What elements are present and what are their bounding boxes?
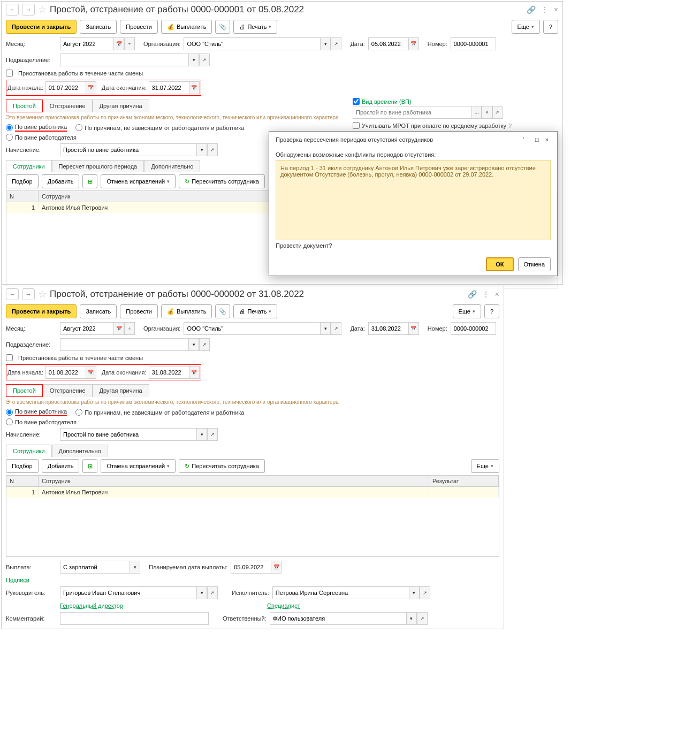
more-button[interactable]: Еще [512, 20, 540, 34]
ellipsis-icon[interactable]: … [471, 106, 482, 119]
save-button[interactable]: Записать [80, 20, 117, 34]
tab-other[interactable]: Другая причина [93, 100, 149, 112]
tab-suspension[interactable]: Отстранение [43, 100, 93, 112]
tab-employees[interactable]: Сотрудники [6, 160, 52, 172]
chevron-down-icon[interactable]: ▾ [320, 37, 331, 50]
chevron-down-icon[interactable]: ▾ [188, 338, 199, 351]
tab-simple[interactable]: Простой [6, 384, 43, 397]
start-date-input[interactable] [45, 366, 86, 379]
open-icon[interactable]: ↗ [199, 338, 210, 351]
help-icon[interactable]: ? [508, 123, 512, 129]
more-button[interactable]: Еще [471, 459, 499, 473]
tab-recalc[interactable]: Пересчет прошлого периода [52, 160, 144, 172]
org-input[interactable] [184, 322, 320, 335]
month-input[interactable] [60, 37, 113, 50]
pay-button[interactable]: 💰Выплатить [161, 304, 212, 318]
suspend-checkbox[interactable] [6, 70, 13, 77]
number-input[interactable] [451, 37, 496, 50]
close-icon[interactable]: × [545, 136, 549, 143]
save-button[interactable]: Записать [80, 304, 117, 318]
cancel-fix-button[interactable]: Отмена исправлений [101, 174, 176, 188]
signatures-link[interactable]: Подписи [6, 577, 29, 583]
ok-button[interactable]: ОК [486, 257, 513, 271]
responsible-input[interactable] [270, 612, 406, 625]
fill-button[interactable]: ⊞ [82, 174, 97, 188]
month-input[interactable] [60, 322, 113, 335]
nav-forward-button[interactable]: → [22, 4, 35, 16]
calendar-icon[interactable]: 📅 [271, 561, 281, 574]
vp-checkbox[interactable] [353, 98, 360, 105]
select-button[interactable]: Подбор [6, 459, 39, 473]
table-row[interactable]: 1 Антонов Илья Петрович [6, 487, 499, 498]
vp-input[interactable] [353, 106, 471, 119]
calendar-icon[interactable]: 📅 [408, 37, 419, 50]
payout-input[interactable] [60, 561, 130, 574]
open-icon[interactable]: ↗ [331, 37, 341, 50]
chevron-down-icon[interactable]: ▾ [196, 428, 207, 441]
comment-input[interactable] [60, 612, 209, 625]
open-icon[interactable]: ↗ [331, 322, 341, 335]
mrot-checkbox[interactable] [353, 122, 360, 129]
end-date-input[interactable] [149, 81, 189, 94]
head-position-link[interactable]: Генеральный директор [60, 602, 207, 609]
stepper-icon[interactable]: ÷ [124, 37, 135, 50]
cancel-fix-button[interactable]: Отмена исправлений [101, 459, 176, 473]
post-button[interactable]: Провести [120, 20, 158, 34]
tab-suspension[interactable]: Отстранение [43, 384, 93, 397]
calendar-icon[interactable]: 📅 [86, 81, 96, 94]
tab-other[interactable]: Другая причина [93, 384, 149, 397]
date-input[interactable] [368, 37, 408, 50]
head-input[interactable] [60, 586, 196, 599]
chevron-down-icon[interactable]: ▾ [188, 54, 199, 66]
end-date-input[interactable] [149, 366, 189, 379]
post-and-close-button[interactable]: Провести и закрыть [6, 20, 77, 34]
link-icon[interactable]: 🔗 [468, 290, 477, 299]
dept-input[interactable] [60, 338, 188, 351]
suspend-checkbox[interactable] [6, 354, 13, 361]
tab-employees[interactable]: Сотрудники [6, 445, 52, 457]
open-icon[interactable]: ↗ [207, 428, 218, 441]
plan-date-input[interactable] [231, 561, 271, 574]
print-button[interactable]: 🖨Печать [233, 304, 277, 318]
recalc-button[interactable]: ↻Пересчитать сотрудника [179, 459, 265, 473]
help-button[interactable]: ? [543, 20, 558, 34]
calendar-icon[interactable]: 📅 [189, 81, 200, 94]
nav-forward-button[interactable]: → [22, 288, 35, 300]
stepper-icon[interactable]: ÷ [124, 322, 135, 335]
date-input[interactable] [368, 322, 408, 335]
chevron-down-icon[interactable]: ▾ [406, 612, 417, 625]
menu-icon[interactable]: ⋮ [541, 5, 549, 14]
dept-input[interactable] [60, 54, 188, 66]
pay-button[interactable]: 💰Выплатить [161, 20, 212, 34]
open-icon[interactable]: ↗ [420, 586, 430, 599]
favorite-icon[interactable]: ☆ [38, 4, 47, 16]
post-and-close-button[interactable]: Провести и закрыть [6, 304, 77, 318]
open-icon[interactable]: ↗ [199, 54, 210, 66]
chevron-down-icon[interactable]: ▾ [196, 143, 207, 156]
chevron-down-icon[interactable]: ▾ [409, 586, 420, 599]
fault-employee-radio[interactable] [6, 409, 13, 416]
calendar-icon[interactable]: 📅 [408, 322, 419, 335]
start-date-input[interactable] [45, 81, 86, 94]
cancel-button[interactable]: Отмена [518, 257, 551, 271]
help-button[interactable]: ? [484, 304, 499, 318]
tab-additional[interactable]: Дополнительно [144, 160, 200, 172]
add-button[interactable]: Добавить [42, 459, 80, 473]
fault-neither-radio[interactable] [75, 409, 82, 416]
menu-icon[interactable]: ⋮ [521, 136, 527, 143]
accrual-input[interactable] [60, 143, 196, 156]
attach-button[interactable]: 📎 [215, 304, 230, 318]
calendar-icon[interactable]: 📅 [113, 37, 124, 50]
exec-input[interactable] [272, 586, 409, 599]
fault-employer-radio[interactable] [6, 134, 13, 141]
recalc-button[interactable]: ↻Пересчитать сотрудника [179, 174, 265, 188]
open-icon[interactable]: ↗ [417, 612, 428, 625]
link-icon[interactable]: 🔗 [527, 5, 536, 14]
calendar-icon[interactable]: 📅 [113, 322, 124, 335]
add-button[interactable]: Добавить [42, 174, 80, 188]
number-input[interactable] [451, 322, 496, 335]
select-button[interactable]: Подбор [6, 174, 39, 188]
chevron-down-icon[interactable]: ▾ [130, 561, 140, 574]
attach-button[interactable]: 📎 [215, 20, 230, 34]
fault-employee-radio[interactable] [6, 124, 13, 131]
